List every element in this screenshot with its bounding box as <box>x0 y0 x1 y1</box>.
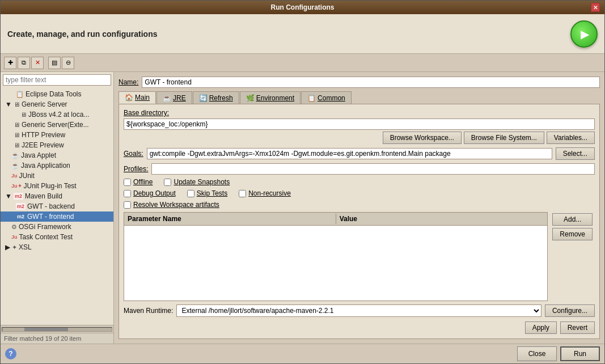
remove-parameter-button[interactable]: Remove <box>552 228 593 240</box>
run-configurations-window: Run Configurations ✕ Create, manage, and… <box>0 0 605 364</box>
xsl-expand-arrow: ▶ <box>5 243 10 251</box>
sidebar-item-eclipse-data-tools[interactable]: 📋 Eclipse Data Tools <box>1 89 113 99</box>
base-directory-label: Base directory: <box>124 109 169 117</box>
profiles-row: Profiles: <box>124 163 595 175</box>
table-body <box>124 226 547 300</box>
sidebar-item-junit-plugin[interactable]: Ju✦ JUnit Plug-in Test <box>1 181 113 191</box>
main-area: 📋 Eclipse Data Tools ▼ 🖥 Generic Server … <box>1 72 604 344</box>
non-recursive-checkbox-item: Non-recursive <box>239 189 291 197</box>
sidebar-item-gwt-frontend[interactable]: m2 GWT - frontend <box>1 211 113 222</box>
sidebar-item-jboss[interactable]: 🖥 JBoss v4.2 at loca... <box>1 109 113 120</box>
java-applet-icon: ☕ <box>11 152 19 159</box>
apply-revert-row: Apply Revert <box>124 321 595 334</box>
checkboxes-row-1: Offline Update Snapshots <box>124 178 595 186</box>
profiles-input[interactable] <box>151 163 595 175</box>
header-subtitle: Create, manage, and run configurations <box>7 29 158 39</box>
generic-server-ext-icon: 🖥 <box>14 121 20 128</box>
name-row: Name: <box>119 77 600 88</box>
base-directory-section: Base directory: Browse Workspace... Brow… <box>124 109 595 144</box>
header-bar: Create, manage, and run configurations <box>1 14 604 54</box>
delete-config-button[interactable]: ✕ <box>31 57 44 69</box>
content-panel: Name: 🏠 Main ☕ JRE 🔄 Refresh 🌿 <box>114 72 604 344</box>
sidebar-item-xsl[interactable]: ▶ ✦ XSL <box>1 242 113 252</box>
tab-refresh[interactable]: 🔄 Refresh <box>193 91 239 104</box>
java-application-icon: ☕ <box>11 162 19 170</box>
xsl-icon: ✦ <box>12 244 17 251</box>
sidebar-scrollbar[interactable] <box>1 325 113 333</box>
run-button[interactable]: Run <box>560 346 600 361</box>
name-input[interactable] <box>142 77 600 88</box>
param-name-col: Parameter Name <box>124 214 336 224</box>
sidebar-item-java-applet[interactable]: ☕ Java Applet <box>1 150 113 160</box>
close-button[interactable]: Close <box>517 346 557 361</box>
resolve-workspace-checkbox[interactable] <box>124 201 131 209</box>
sidebar-item-java-application[interactable]: ☕ Java Application <box>1 160 113 171</box>
help-button[interactable]: ? <box>5 348 16 359</box>
debug-output-label: Debug Output <box>133 189 176 197</box>
j2ee-preview-icon: 🖥 <box>14 142 20 149</box>
duplicate-config-button[interactable]: ⧉ <box>18 57 30 69</box>
scroll-track[interactable] <box>2 327 112 332</box>
offline-checkbox[interactable] <box>124 179 131 186</box>
configure-runtime-button[interactable]: Configure... <box>545 304 595 317</box>
base-directory-input[interactable] <box>124 118 595 130</box>
browse-filesystem-button[interactable]: Browse File System... <box>464 132 544 144</box>
table-actions: Add... Remove <box>550 212 595 301</box>
checkboxes-row-2: Debug Output Skip Tests Non-recursive <box>124 189 595 197</box>
add-parameter-button[interactable]: Add... <box>552 213 593 226</box>
non-recursive-label: Non-recursive <box>248 189 291 197</box>
gwt-frontend-icon: m2 <box>16 213 26 220</box>
filter-button[interactable]: ▤ <box>48 57 61 69</box>
revert-button[interactable]: Revert <box>560 321 595 334</box>
sidebar-item-generic-server[interactable]: ▼ 🖥 Generic Server <box>1 99 113 109</box>
generic-server-icon: 🖥 <box>14 101 20 108</box>
tab-common[interactable]: 📋 Common <box>301 91 352 104</box>
junit-icon: Ju <box>11 173 18 179</box>
variables-button[interactable]: Variables... <box>547 132 595 144</box>
new-config-button[interactable]: ✚ <box>4 57 16 69</box>
task-context-icon: Ju <box>11 234 18 240</box>
close-button[interactable]: ✕ <box>591 3 600 12</box>
refresh-tab-icon: 🔄 <box>199 94 208 102</box>
collapse-button[interactable]: ⊖ <box>62 57 74 69</box>
param-value-col: Value <box>336 214 548 224</box>
select-button[interactable]: Select... <box>556 147 595 160</box>
offline-label: Offline <box>133 178 153 186</box>
goals-label: Goals: <box>124 150 143 158</box>
sidebar-item-junit[interactable]: Ju JUnit <box>1 171 113 181</box>
tab-main[interactable]: 🏠 Main <box>119 91 156 104</box>
goals-input[interactable] <box>147 148 552 159</box>
debug-output-checkbox[interactable] <box>124 190 131 197</box>
sidebar-item-gwt-backend[interactable]: m2 GWT - backend <box>1 201 113 211</box>
skip-tests-checkbox-item: Skip Tests <box>187 189 227 197</box>
sidebar-item-maven-build[interactable]: ▼ m2 Maven Build <box>1 191 113 201</box>
tab-environment[interactable]: 🌿 Environment <box>240 91 301 104</box>
common-tab-icon: 📋 <box>307 94 316 102</box>
sidebar-item-task-context-test[interactable]: Ju Task Context Test <box>1 232 113 242</box>
sidebar-item-http-preview[interactable]: 🖥 HTTP Preview <box>1 130 113 140</box>
run-icon <box>570 20 598 48</box>
update-snapshots-checkbox[interactable] <box>164 179 171 186</box>
sidebar-item-j2ee-preview[interactable]: 🖥 J2EE Preview <box>1 140 113 150</box>
filter-input[interactable] <box>3 74 111 86</box>
http-preview-icon: 🖥 <box>14 132 20 138</box>
sidebar-item-osgi-framework[interactable]: ⚙ OSGi Framework <box>1 222 113 232</box>
jboss-icon: 🖥 <box>20 111 27 118</box>
browse-workspace-button[interactable]: Browse Workspace... <box>383 132 462 144</box>
maven-icon: m2 <box>14 193 23 200</box>
parameter-table: Parameter Name Value <box>124 212 548 301</box>
tab-jre[interactable]: ☕ JRE <box>156 91 192 104</box>
maven-expand-arrow: ▼ <box>5 192 12 200</box>
maven-runtime-select[interactable]: External /home/jllort/software/apache-ma… <box>176 304 541 317</box>
apply-button[interactable]: Apply <box>525 321 557 334</box>
sidebar-item-generic-server-ext[interactable]: 🖥 Generic Server(Exte... <box>1 120 113 130</box>
environment-tab-icon: 🌿 <box>246 94 255 102</box>
tab-content: Base directory: Browse Workspace... Brow… <box>119 104 600 339</box>
skip-tests-checkbox[interactable] <box>187 190 194 197</box>
profiles-label: Profiles: <box>124 165 148 173</box>
maven-runtime-label: Maven Runtime: <box>124 307 173 315</box>
goals-row: Goals: Select... <box>124 147 595 160</box>
footer-bar: ? Close Run <box>1 344 604 363</box>
offline-checkbox-item: Offline <box>124 178 153 186</box>
non-recursive-checkbox[interactable] <box>239 190 246 197</box>
